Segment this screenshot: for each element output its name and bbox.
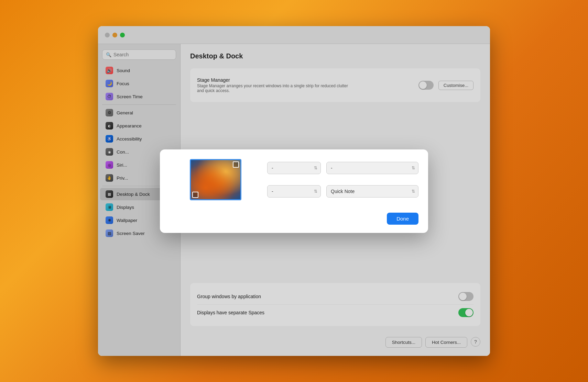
corner-arrow-tr [233,161,239,168]
done-button[interactable]: Done [387,213,418,225]
hot-corners-modal: - Mission Control Application Windows De… [160,149,428,233]
bottom-right-select-wrapper[interactable]: - Mission Control Application Windows De… [326,185,418,198]
corner-center-image [170,159,262,200]
corners-grid: - Mission Control Application Windows De… [170,159,418,200]
system-preferences-window: 🔍 🔊 Sound 🌙 Focus ⏱ Screen Time ⚙ Genera… [98,26,490,356]
top-left-select-wrapper[interactable]: - Mission Control Application Windows De… [267,162,321,174]
bottom-right-corner-select[interactable]: - Mission Control Application Windows De… [326,185,418,198]
modal-backdrop: - Mission Control Application Windows De… [98,26,490,356]
modal-footer: Done [170,210,418,225]
top-right-select-wrapper[interactable]: - Mission Control Application Windows De… [326,162,418,174]
top-left-corner-select[interactable]: - Mission Control Application Windows De… [267,162,321,174]
desktop-preview-image [190,159,241,200]
corner-arrow-bl [192,192,198,198]
wallpaper-preview [191,160,240,199]
bottom-left-corner-select[interactable]: - Mission Control Application Windows De… [267,185,321,198]
bottom-left-select-wrapper[interactable]: - Mission Control Application Windows De… [267,185,321,198]
top-right-corner-select[interactable]: - Mission Control Application Windows De… [326,162,418,174]
